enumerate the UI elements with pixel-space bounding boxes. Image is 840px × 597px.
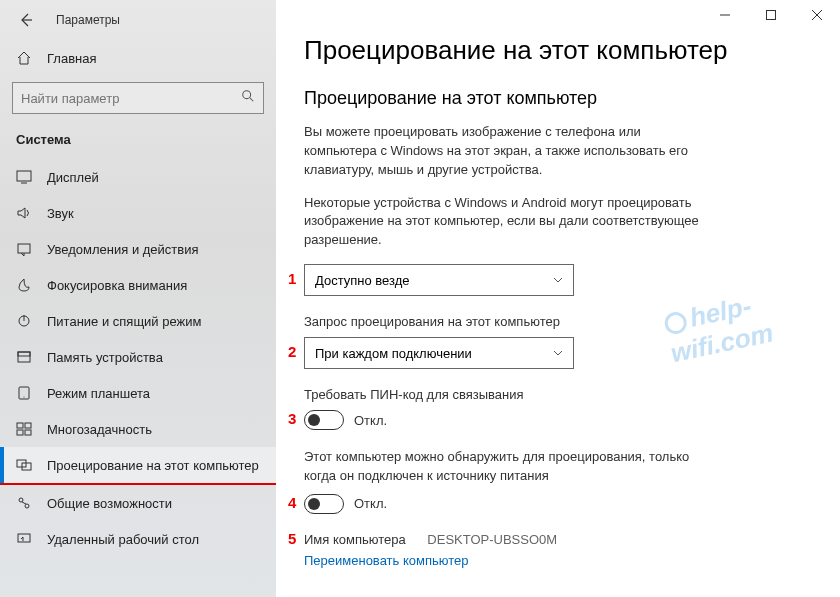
multitasking-icon (16, 421, 32, 437)
sidebar-item-label: Режим планшета (47, 386, 150, 401)
power-icon (16, 313, 32, 329)
svg-rect-24 (18, 534, 30, 542)
rename-link[interactable]: Переименовать компьютер (304, 553, 468, 568)
remote-icon (16, 531, 32, 547)
sidebar-item-label: Удаленный рабочий стол (47, 532, 199, 547)
display-icon (16, 169, 32, 185)
svg-point-5 (243, 91, 251, 99)
annotation-2: 2 (288, 343, 296, 360)
section-header: Система (0, 124, 276, 159)
sidebar-item-focus[interactable]: Фокусировка внимания (0, 267, 276, 303)
storage-icon (16, 349, 32, 365)
sidebar-item-label: Фокусировка внимания (47, 278, 187, 293)
sidebar-item-label: Уведомления и действия (47, 242, 199, 257)
annotation-1: 1 (288, 270, 296, 287)
svg-rect-9 (18, 244, 30, 253)
close-button[interactable] (794, 0, 840, 30)
sidebar-item-sound[interactable]: Звук (0, 195, 276, 231)
page-title: Проецирование на этот компьютер (304, 35, 810, 66)
sidebar-item-label: Дисплей (47, 170, 99, 185)
pin-label: Требовать ПИН-код для связывания (304, 387, 810, 402)
annotation-4: 4 (288, 494, 296, 511)
svg-rect-19 (25, 430, 31, 435)
pin-toggle[interactable] (304, 410, 344, 430)
sidebar-item-tablet[interactable]: Режим планшета (0, 375, 276, 411)
sidebar-item-display[interactable]: Дисплей (0, 159, 276, 195)
svg-point-15 (24, 397, 25, 398)
settings-title: Параметры (56, 13, 120, 27)
ask-projection-dropdown[interactable]: При каждом подключении (304, 337, 574, 369)
svg-rect-1 (767, 11, 776, 20)
svg-point-22 (19, 498, 23, 502)
ask-projection-label: Запрос проецирования на этот компьютер (304, 314, 810, 329)
annotation-3: 3 (288, 410, 296, 427)
focus-icon (16, 277, 32, 293)
sidebar-item-label: Звук (47, 206, 74, 221)
sound-icon (16, 205, 32, 221)
annotation-5: 5 (288, 530, 296, 547)
sidebar-item-multitasking[interactable]: Многозадачность (0, 411, 276, 447)
sidebar-item-label: Память устройства (47, 350, 163, 365)
description-2: Некоторые устройства с Windows и Android… (304, 194, 704, 251)
svg-rect-18 (17, 430, 23, 435)
dropdown-value: При каждом подключении (315, 346, 472, 361)
sidebar-item-label: Общие возможности (47, 496, 172, 511)
maximize-button[interactable] (748, 0, 794, 30)
sidebar-item-storage[interactable]: Память устройства (0, 339, 276, 375)
sidebar-item-label: Питание и спящий режим (47, 314, 201, 329)
sidebar-item-label: Проецирование на этот компьютер (47, 458, 259, 473)
shared-icon (16, 495, 32, 511)
description-1: Вы можете проецировать изображение с тел… (304, 123, 704, 180)
computer-name-value: DESKTOP-UBSSO0M (427, 532, 557, 547)
home-icon (16, 50, 32, 66)
back-button[interactable] (16, 10, 36, 30)
nav-list: ДисплейЗвукУведомления и действияФокусир… (0, 159, 276, 597)
sidebar-item-label: Многозадачность (47, 422, 152, 437)
chevron-down-icon (553, 348, 563, 358)
main-content: help-wifi.com Проецирование на этот комп… (276, 0, 840, 597)
availability-dropdown[interactable]: Доступно везде (304, 264, 574, 296)
svg-line-6 (250, 98, 254, 102)
section-subtitle: Проецирование на этот компьютер (304, 88, 810, 109)
pin-toggle-label: Откл. (354, 413, 387, 428)
dropdown-value: Доступно везде (315, 273, 410, 288)
svg-rect-7 (17, 171, 31, 181)
search-input[interactable] (21, 91, 241, 106)
svg-point-23 (25, 504, 29, 508)
sidebar-item-shared[interactable]: Общие возможности (0, 485, 276, 521)
svg-rect-12 (18, 352, 30, 362)
chevron-down-icon (553, 275, 563, 285)
home-nav[interactable]: Главная (0, 40, 276, 76)
power-toggle[interactable] (304, 494, 344, 514)
project-icon (16, 457, 32, 473)
notifications-icon (16, 241, 32, 257)
search-icon (241, 89, 255, 107)
svg-rect-17 (25, 423, 31, 428)
home-label: Главная (47, 51, 96, 66)
tablet-icon (16, 385, 32, 401)
computer-name-label: Имя компьютера (304, 532, 406, 547)
sidebar-item-power[interactable]: Питание и спящий режим (0, 303, 276, 339)
sidebar-item-remote[interactable]: Удаленный рабочий стол (0, 521, 276, 557)
power-label: Этот компьютер можно обнаружить для прое… (304, 448, 704, 486)
search-box[interactable] (12, 82, 264, 114)
sidebar: Параметры Главная Система ДисплейЗвукУве… (0, 0, 276, 597)
sidebar-item-project[interactable]: Проецирование на этот компьютер (0, 447, 276, 485)
svg-rect-13 (18, 352, 30, 356)
svg-rect-16 (17, 423, 23, 428)
power-toggle-label: Откл. (354, 496, 387, 511)
minimize-button[interactable] (702, 0, 748, 30)
sidebar-item-notifications[interactable]: Уведомления и действия (0, 231, 276, 267)
